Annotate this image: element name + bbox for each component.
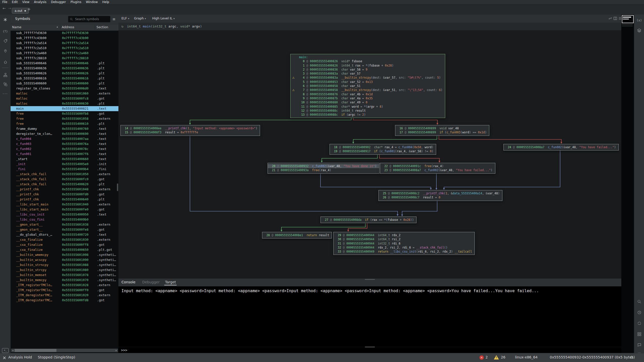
graph-node-b29[interactable]: 29 @ 0000555555400944 int64_t rdx_230 @ … [333,232,475,255]
format-selector[interactable]: ELF ▾ [121,16,129,20]
symbol-search-box[interactable] [68,16,110,22]
code-line[interactable]: 14 @ 00005555554008ee __printf_chk(1, "I… [121,126,260,130]
layers-panel-icon[interactable] [636,28,642,33]
code-line[interactable]: 17 @ 0000555555400899 if (c_fun003(word)… [395,130,489,134]
column-header-section[interactable]: Section [96,25,108,29]
code-line[interactable]: 11 @ 0000555555400885 char* word = *(arg… [291,105,445,109]
nav-back-icon[interactable]: ← [3,6,6,11]
splitter-handle[interactable] [365,347,375,347]
table-row[interactable]: _ITM_deregisterTMC…0x555555601020.extern [11,293,118,298]
code-line[interactable]: 6 @ 0000555555400858 char var_51 [291,84,445,88]
column-header-name[interactable]: Name [12,25,21,29]
table-row[interactable]: sub_7ffff7c2a5140x7ffff7c2a514 [11,41,118,46]
table-row[interactable]: main0x555555400821.text [11,106,118,111]
code-line[interactable]: 0 @ 0000555555400826 void* fsbase [291,59,445,63]
code-line[interactable]: 1 @ 0000555555400826 int64_t rax = *(fsb… [291,64,445,68]
feature-map[interactable] [621,15,634,353]
terminal-icon[interactable]: >_ [2,348,9,353]
table-row[interactable]: __do_global_dtors_…0x555555400720.text [11,232,118,237]
code-line[interactable]: 18 @ 0000555555400902 char* rax_4 = c_fu… [330,145,436,149]
code-line[interactable]: 3 @ 000055555540083a char var_57 [291,72,445,76]
graph-node-b25[interactable]: 25 @ 00005555554008c2 __printf_chk(1, &d… [378,190,502,201]
code-line[interactable]: 30 @ 0000555555400944 int64_t rsi_2 [334,237,474,241]
menu-item-plugins[interactable]: Plugins [68,0,84,4]
table-row[interactable]: _ITM_registerTMClo…0x555555601028.extern [11,283,118,288]
menu-item-debugger[interactable]: Debugger [49,0,68,4]
console-prompt[interactable]: >>> [118,347,621,353]
code-line[interactable]: 16 @ 0000555555400899 void var_48 [395,126,489,130]
graph-node-b22[interactable]: 22 @ 000055555540091c free(rax_4)23 @ 00… [380,163,495,174]
table-row[interactable]: __libc_csu_fini0x5555554009b0 [11,217,118,222]
table-row[interactable]: malloc0x555555600fc8.got [11,96,118,101]
menu-item-file[interactable]: File [0,0,10,4]
table-row[interactable]: sub_5555554006000x555555400600.plt [11,81,118,86]
code-line[interactable]: 23 @ 00005555554008a7 c_fun002(&var_48, … [380,168,495,172]
link-icon[interactable] [608,16,613,21]
cross-references-panel-icon[interactable] [2,72,8,78]
code-line[interactable]: 22 @ 000055555540091c free(rax_4) [380,164,495,168]
vertical-scrollbar-thumb[interactable] [117,184,118,191]
comments-panel-icon[interactable] [636,342,642,348]
new-tab-button[interactable]: + [27,7,31,12]
table-row[interactable]: __builtin_strcpy0x555555601080.syntheti… [11,267,118,273]
graph-node-b27[interactable]: 27 @ 00005555554008da if (rax == *(fsbas… [320,217,416,223]
table-row[interactable]: _init0x5555554005e0.init [11,162,118,167]
table-row[interactable]: __builtin_wcscpy0x555555601090.syntheti… [11,257,118,262]
table-row[interactable]: __cxa_finalize0x555555601030.extern [11,237,118,242]
graph-canvas[interactable]: main:0 @ 0000555555400826 void* fsbase1 … [118,30,621,279]
table-row[interactable]: sub_5555554006460x555555400646.plt [11,61,118,66]
code-line[interactable]: 12 @ 000055555540088c int64_t result [291,109,445,113]
table-row[interactable]: free0x555555601058.extern [11,116,118,121]
lock-icon[interactable] [630,355,634,360]
search-input[interactable] [75,17,106,21]
table-row[interactable]: free0x555555400610.plt [11,121,118,126]
sync-panel-icon[interactable] [636,320,642,326]
table-row[interactable]: __printf_chk0x555555601048.extern [11,187,118,192]
types-panel-icon[interactable]: {T} [2,28,8,34]
table-row[interactable]: sub_7ffff7c2a4600x7ffff7c2a460 [11,51,118,56]
scroll-left-icon[interactable]: ◂ [11,349,14,352]
code-line[interactable]: ⚠4 @ 000055555540083a __builtin_strncpy(… [291,76,445,80]
code-line[interactable]: 15 @ 00005555554008f3 result = 0xfffffff… [121,130,260,134]
code-line[interactable]: ⚠7 @ 0000555555400858 __builtin_strncpy(… [291,88,445,92]
table-row[interactable]: register_tm_clones0x5555554006d0.text [11,86,118,91]
table-row[interactable]: sub_5555554006160x555555400616.plt [11,76,118,81]
graph-node-b18[interactable]: 18 @ 0000555555400902 char* rax_4 = c_fu… [330,144,436,155]
column-header-address[interactable]: Address [62,25,74,29]
console-tab-target[interactable]: Target [165,280,176,284]
code-line[interactable]: 5 @ 0000555555400853 char var_52 = 0x13 [291,80,445,84]
table-row[interactable]: _fini0x5555554009b4.fini [11,167,118,172]
table-row[interactable]: __printf_chk0x555555400640.plt [11,197,118,202]
graph-node-b28[interactable]: 28 @ 00005555554008e1 return result [262,232,332,238]
stack-panel-icon[interactable] [2,81,8,87]
scroll-right-icon[interactable]: ▸ [115,349,118,352]
console-tab-console[interactable]: Console [121,280,136,284]
expressions-panel-icon[interactable]: (x) [636,18,642,23]
table-row[interactable]: __cxa_finalize0x555555600ff8.got [11,242,118,247]
code-line[interactable]: 27 @ 00005555554008da if (rax == *(fsbas… [321,218,416,222]
error-count[interactable]: 2 [486,355,488,359]
table-row[interactable]: c_fun0020x55555540078c.text [11,146,118,152]
graph-node-b16[interactable]: 16 @ 0000555555400899 void var_4817 @ 00… [395,125,489,136]
code-line[interactable]: 8 @ 0000555555400876 char var_4b = 0x1d [291,92,445,96]
menu-item-window[interactable]: Window [84,0,100,4]
splitter-handle[interactable] [365,279,375,280]
table-row[interactable]: sub_7ffff7c288100x7ffff7c28810 [11,56,118,61]
history-panel-icon[interactable] [636,310,642,315]
table-row[interactable]: malloc0x555555400630.plt [11,101,118,106]
console-tab-debugger[interactable]: Debugger [142,280,159,284]
table-row[interactable]: __cxa_finalize0x555555400650.plt.got [11,247,118,252]
errors-icon[interactable]: ✕ [479,355,484,360]
table-row[interactable]: deregister_tm_clon…0x555555400690.text [11,131,118,136]
il-level-selector[interactable]: High Level IL ▾ [152,16,175,20]
table-row[interactable]: __builtin_memcpy0x555555601070.syntheti… [11,278,118,283]
table-row[interactable]: __stack_chk_fail0x555555400620.plt [11,182,118,187]
code-line[interactable]: 32 @ 0000555555400944 rdx_2, rsi_2, rdi_… [334,246,474,250]
horizontal-scrollbar[interactable]: ◂ ▸ [11,349,118,352]
horizontal-scrollbar-thumb[interactable] [15,349,56,352]
table-row[interactable]: frame_dummy0x555555400760.text [11,126,118,131]
code-line[interactable]: 19 @ 0000555555400917 if (c_fun001(rax_4… [330,149,436,153]
code-line[interactable]: 2 @ 0000555555400836 char var_58 = 9 [291,68,445,72]
panel-menu-icon[interactable]: ≡ [112,17,116,21]
warning-count[interactable]: 26 [501,355,505,359]
